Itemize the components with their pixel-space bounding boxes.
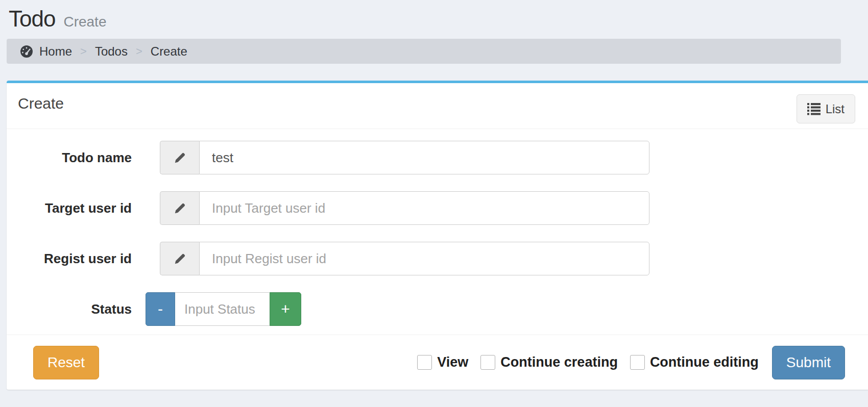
form-row-regist-user-id: Regist user id: [7, 242, 868, 275]
pencil-icon: [173, 151, 187, 165]
create-panel: Create List Todo n: [7, 81, 868, 390]
create-form: Todo name Target user id: [7, 129, 868, 335]
continue-editing-checkbox[interactable]: [630, 355, 645, 370]
panel-title: Create: [18, 94, 64, 113]
continue-creating-checkbox-group: Continue creating: [480, 354, 618, 370]
breadcrumb-separator: >: [136, 45, 142, 58]
todo-name-input[interactable]: [199, 141, 649, 174]
pencil-icon: [173, 201, 187, 215]
form-row-status: Status - +: [7, 292, 868, 326]
continue-creating-checkbox[interactable]: [480, 355, 495, 370]
regist-user-id-label: Regist user id: [7, 251, 132, 267]
list-button[interactable]: List: [797, 94, 855, 123]
form-row-todo-name: Todo name: [7, 141, 868, 174]
continue-editing-checkbox-group: Continue editing: [630, 354, 759, 370]
page-header: Todo Create: [9, 6, 868, 33]
footer-actions: View Continue creating Continue editing …: [405, 346, 845, 379]
status-decrease-button[interactable]: -: [146, 292, 175, 326]
regist-user-id-input[interactable]: [199, 242, 649, 275]
reset-button[interactable]: Reset: [33, 346, 99, 379]
status-stepper: - +: [146, 292, 301, 326]
breadcrumb-todos-link[interactable]: Todos: [95, 44, 128, 59]
status-input[interactable]: [175, 292, 270, 326]
continue-creating-checkbox-label: Continue creating: [500, 354, 618, 370]
page-subtitle: Create: [63, 14, 106, 30]
form-row-target-user-id: Target user id: [7, 191, 868, 225]
breadcrumb-home-link[interactable]: Home: [39, 44, 72, 59]
list-icon: [807, 103, 821, 115]
input-addon: [160, 191, 199, 225]
content-area: Todo Create Home > Todos > Create: [0, 0, 868, 390]
input-addon: [160, 141, 199, 174]
breadcrumb-current: Create: [151, 44, 187, 59]
breadcrumb-separator: >: [80, 45, 87, 58]
target-user-id-input[interactable]: [199, 191, 649, 225]
dashboard-icon: [20, 45, 33, 58]
pencil-icon: [173, 252, 187, 266]
submit-button[interactable]: Submit: [772, 346, 845, 379]
view-checkbox[interactable]: [417, 355, 432, 370]
continue-editing-checkbox-label: Continue editing: [650, 354, 759, 370]
view-checkbox-group: View: [417, 354, 468, 370]
todo-name-label: Todo name: [7, 150, 132, 166]
target-user-id-label: Target user id: [7, 200, 132, 216]
list-button-label: List: [826, 102, 845, 116]
panel-footer: Reset View Continue creating Continue ed…: [7, 335, 868, 390]
status-label: Status: [7, 301, 132, 317]
status-increase-button[interactable]: +: [270, 292, 301, 326]
view-checkbox-label: View: [437, 354, 468, 370]
input-addon: [160, 242, 199, 275]
panel-heading: Create List: [7, 83, 868, 129]
page-title: Todo: [9, 6, 55, 32]
breadcrumb: Home > Todos > Create: [7, 39, 841, 64]
